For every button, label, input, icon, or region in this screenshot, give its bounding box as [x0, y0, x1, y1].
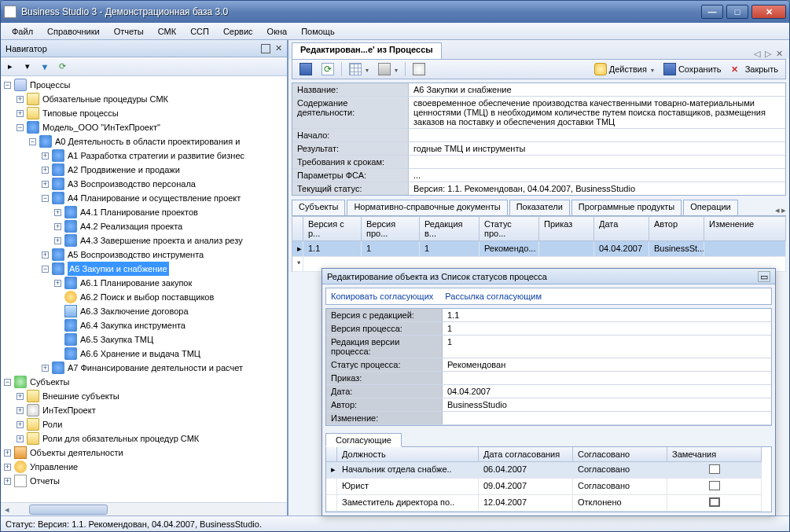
- tree-a42[interactable]: А4.2 Реализация проекта: [80, 222, 182, 231]
- close-button[interactable]: ✕: [751, 5, 786, 19]
- grid-h-rv[interactable]: Редакция в...: [420, 216, 480, 241]
- grid-h-order[interactable]: Приказ: [539, 216, 594, 241]
- menu-service[interactable]: Сервис: [217, 25, 259, 38]
- menu-help[interactable]: Помощь: [295, 25, 341, 38]
- menu-smk[interactable]: СМК: [152, 25, 182, 38]
- subtab-subjects[interactable]: Субъекты: [292, 200, 345, 215]
- subtab-operations[interactable]: Операции: [683, 200, 737, 215]
- prop-status-value[interactable]: Версия: 1.1. Рекомендован, 04.04.2007, B…: [409, 182, 785, 195]
- toolbar-close[interactable]: ✕ Закрыть: [729, 64, 781, 75]
- menu-reports[interactable]: Отчеты: [108, 25, 150, 38]
- tree-roles-smk[interactable]: Роли для обязательных процедур СМК: [42, 434, 199, 443]
- tree-mandatory-smk[interactable]: Обязательные процедуры СМК: [42, 94, 168, 104]
- toolbar-grid-icon[interactable]: [347, 62, 371, 76]
- tree-model[interactable]: Модель_ООО "ИнТехПроект": [42, 123, 160, 132]
- dlg-author[interactable]: BusinessStudio: [443, 398, 771, 411]
- tab-prev-icon[interactable]: ◁: [754, 49, 760, 59]
- tree-reports[interactable]: Отчеты: [30, 476, 60, 486]
- dlg-order[interactable]: [443, 372, 771, 384]
- tree-ext-subj[interactable]: Внешние субъекты: [42, 391, 119, 401]
- tree-a66[interactable]: А6.6 Хранение и выдача ТМЦ: [80, 349, 200, 358]
- tab-close-icon[interactable]: ✕: [776, 49, 783, 59]
- grid-h-author[interactable]: Автор: [649, 216, 704, 241]
- toolbar-refresh-icon[interactable]: [319, 62, 336, 76]
- dlg-change[interactable]: [443, 412, 771, 424]
- tree-a41[interactable]: А4.1 Планирование проектов: [80, 207, 198, 217]
- dlg-rv[interactable]: 1: [443, 336, 771, 358]
- nav-scrollbar[interactable]: ◂: [1, 502, 287, 515]
- minimize-button[interactable]: —: [701, 5, 723, 19]
- tree-objects[interactable]: Объекты деятельности: [30, 448, 123, 457]
- prop-result-value[interactable]: годные ТМЦ и инструменты: [409, 142, 785, 155]
- tree-a7[interactable]: А7 Финансирование деятельности и расчет: [68, 363, 243, 372]
- tree-a2[interactable]: А2 Продвижение и продажи: [68, 165, 180, 174]
- pin-icon[interactable]: [261, 44, 270, 53]
- tree-a43[interactable]: А4.3 Завершение проекта и анализ резу: [80, 236, 243, 245]
- grid-h-vr[interactable]: Версия с р...: [303, 216, 362, 241]
- tree-management[interactable]: Управление: [30, 462, 78, 471]
- grid-h-vp[interactable]: Версия про...: [362, 216, 420, 241]
- tree-a0[interactable]: А0 Деятельность в области проектирования…: [55, 137, 240, 146]
- grid-row-selected[interactable]: ▸ 1.1 1 1 Рекомендо... 04.04.2007 Busine…: [292, 241, 786, 257]
- subtab-software[interactable]: Программные продукты: [571, 200, 682, 215]
- prop-start-value[interactable]: [409, 129, 785, 141]
- tree-a6-selected[interactable]: А6 Закупки и снабжение: [68, 262, 169, 276]
- grid-h-change[interactable]: Изменение: [704, 216, 786, 241]
- refresh-icon[interactable]: ⟳: [56, 61, 68, 73]
- tab-next-icon[interactable]: ▷: [765, 49, 771, 59]
- tree-intech[interactable]: ИнТехПроект: [42, 405, 96, 415]
- navigator-tree[interactable]: −Процессы +Обязательные процедуры СМК +Т…: [1, 76, 287, 502]
- menu-ssp[interactable]: ССП: [184, 25, 215, 38]
- dlg-vp[interactable]: 1: [443, 322, 771, 335]
- app-h-pos[interactable]: Должность: [337, 447, 479, 462]
- note-icon[interactable]: [709, 481, 720, 490]
- app-h-notes[interactable]: Замечания: [667, 447, 762, 462]
- subtabs-right-icon[interactable]: ▸: [781, 205, 786, 215]
- dlg-date[interactable]: 04.04.2007: [443, 385, 771, 398]
- maximize-button[interactable]: □: [726, 5, 748, 19]
- menu-windows[interactable]: Окна: [261, 25, 294, 38]
- toolbar-save-icon[interactable]: [297, 62, 314, 76]
- tree-a1[interactable]: А1 Разработка стратегии и развитие бизне…: [68, 151, 244, 160]
- subtab-indicators[interactable]: Показатели: [509, 200, 570, 215]
- filter-icon[interactable]: ▼: [39, 61, 51, 73]
- link-copy-approvers[interactable]: Копировать согласующих: [331, 292, 433, 301]
- note-bold-icon[interactable]: [709, 497, 720, 507]
- subtabs-left-icon[interactable]: ◂: [775, 205, 780, 215]
- grid-h-date[interactable]: Дата: [594, 216, 649, 241]
- prop-fsa-value[interactable]: ...: [409, 169, 785, 182]
- expand-icon[interactable]: ▸: [4, 61, 17, 73]
- collapse-icon[interactable]: ▾: [21, 61, 34, 73]
- tree-a61[interactable]: А6.1 Планирование закупок: [80, 278, 192, 288]
- prop-activity-value[interactable]: своевременное обеспечение производства к…: [409, 97, 785, 128]
- grid-h-status[interactable]: Статус про...: [480, 216, 539, 241]
- tree-a65[interactable]: А6.5 Закупка ТМЦ: [80, 335, 153, 344]
- toolbar-save[interactable]: Сохранить: [661, 62, 724, 76]
- tree-processes[interactable]: Процессы: [30, 80, 70, 90]
- toolbar-link-icon[interactable]: [410, 62, 428, 76]
- tree-a3[interactable]: А3 Воспроизводство персонала: [68, 179, 196, 189]
- tree-a64[interactable]: А6.4 Закупка инструмента: [80, 321, 186, 330]
- tree-a4[interactable]: А4 Планирование и осуществление проект: [68, 193, 241, 203]
- prop-name-value[interactable]: А6 Закупки и снабжение: [409, 83, 785, 96]
- tree-a5[interactable]: А5 Воспроизводство инструмента: [68, 250, 204, 259]
- doc-tab[interactable]: Редактирован...е' из Процессы: [292, 42, 442, 59]
- tree-subjects[interactable]: Субъекты: [30, 377, 69, 387]
- tree-type-proc[interactable]: Типовые процессы: [42, 108, 119, 118]
- approver-row[interactable]: ▸ Начальник отдела снабже.. 06.04.2007 С…: [326, 462, 771, 479]
- dlg-vr[interactable]: 1.1: [443, 309, 771, 321]
- note-icon[interactable]: [709, 464, 720, 474]
- dialog-close-icon[interactable]: ▭: [758, 271, 770, 282]
- app-h-date[interactable]: Дата согласования: [479, 447, 573, 462]
- menu-file[interactable]: Файл: [6, 25, 39, 38]
- dlg-status[interactable]: Рекомендован: [443, 358, 771, 371]
- tree-a62[interactable]: А6.2 Поиск и выбор поставщиков: [80, 292, 214, 302]
- close-panel-icon[interactable]: ✕: [275, 43, 282, 53]
- toolbar-actions[interactable]: Действия: [592, 62, 656, 76]
- link-send-approvers[interactable]: Рассылка согласующим: [445, 292, 542, 301]
- prop-deadlines-value[interactable]: [409, 156, 785, 168]
- tree-roles[interactable]: Роли: [42, 420, 62, 429]
- approver-row[interactable]: Юрист 09.04.2007 Согласовано: [326, 479, 771, 495]
- subtab-normdocs[interactable]: Нормативно-справочные документы: [347, 200, 507, 215]
- menu-directories[interactable]: Справочники: [41, 25, 106, 38]
